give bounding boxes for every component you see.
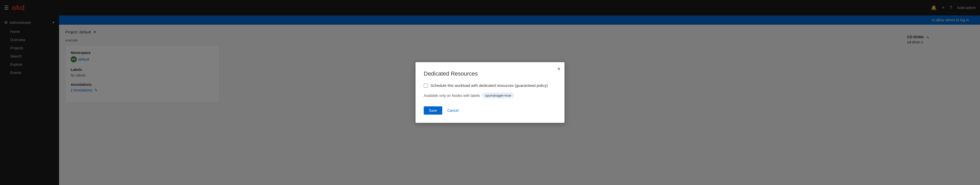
- modal-title: Dedicated Resources: [424, 70, 556, 77]
- modal-actions: Save Cancel: [424, 106, 556, 115]
- save-button[interactable]: Save: [424, 106, 442, 115]
- modal-overlay: × Dedicated Resources Schedule this work…: [0, 0, 980, 185]
- modal-checkbox-label: Schedule this workload with dedicated re…: [430, 83, 548, 88]
- cancel-button[interactable]: Cancel: [446, 106, 460, 115]
- dedicated-resources-checkbox[interactable]: [424, 83, 428, 88]
- modal-info-row: Available only on Nodes with labels cpum…: [424, 93, 556, 98]
- node-label-badge: cpumanager=true: [482, 93, 514, 98]
- modal-close-button[interactable]: ×: [557, 66, 560, 72]
- modal-checkbox-row: Schedule this workload with dedicated re…: [424, 83, 556, 88]
- dedicated-resources-modal: × Dedicated Resources Schedule this work…: [415, 62, 565, 123]
- modal-info-text: Available only on Nodes with labels: [424, 94, 480, 97]
